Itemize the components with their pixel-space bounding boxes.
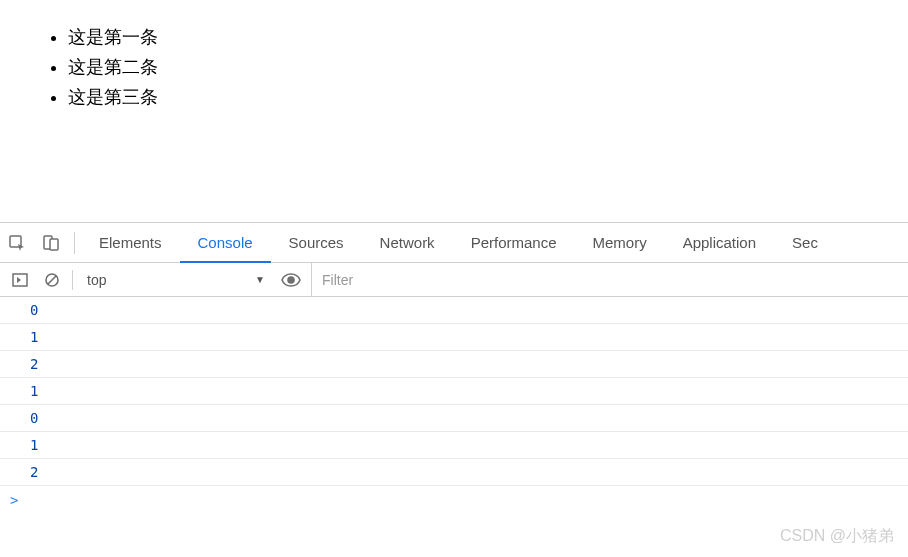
eye-icon[interactable] [279, 268, 303, 292]
page-content: 这是第一条 这是第二条 这是第三条 [0, 0, 908, 222]
tab-elements[interactable]: Elements [81, 223, 180, 262]
filter-input[interactable] [322, 272, 900, 288]
device-toolbar-icon[interactable] [34, 223, 68, 262]
tab-security[interactable]: Sec [774, 223, 836, 262]
divider [74, 232, 75, 254]
list-item: 这是第二条 [68, 52, 898, 82]
console-log-row[interactable]: 2 [0, 351, 908, 378]
list-item: 这是第三条 [68, 82, 898, 112]
context-selector[interactable]: top ▼ [81, 268, 271, 292]
tab-performance[interactable]: Performance [453, 223, 575, 262]
divider [72, 270, 73, 290]
inspect-element-icon[interactable] [0, 223, 34, 262]
console-output: 0 1 2 1 0 1 2 > [0, 297, 908, 514]
console-log-row[interactable]: 1 [0, 432, 908, 459]
console-prompt[interactable]: > [0, 486, 908, 514]
tab-memory[interactable]: Memory [575, 223, 665, 262]
tab-sources[interactable]: Sources [271, 223, 362, 262]
chevron-down-icon: ▼ [255, 274, 265, 285]
console-log-row[interactable]: 1 [0, 378, 908, 405]
console-log-row[interactable]: 0 [0, 297, 908, 324]
tab-console[interactable]: Console [180, 223, 271, 262]
watermark: CSDN @小猪弟 [780, 526, 894, 547]
devtools-tab-bar: Elements Console Sources Network Perform… [0, 223, 908, 263]
filter-input-wrapper [311, 263, 900, 296]
svg-point-6 [288, 277, 294, 283]
console-toolbar: top ▼ [0, 263, 908, 297]
list-item: 这是第一条 [68, 22, 898, 52]
context-selector-value: top [87, 272, 106, 288]
clear-console-icon[interactable] [40, 268, 64, 292]
tab-network[interactable]: Network [362, 223, 453, 262]
console-log-row[interactable]: 0 [0, 405, 908, 432]
devtools-panel: Elements Console Sources Network Perform… [0, 222, 908, 514]
console-log-row[interactable]: 2 [0, 459, 908, 486]
tab-application[interactable]: Application [665, 223, 774, 262]
bullet-list: 这是第一条 这是第二条 这是第三条 [32, 22, 898, 112]
svg-line-5 [48, 276, 56, 284]
svg-rect-2 [50, 239, 58, 250]
toggle-sidebar-icon[interactable] [8, 268, 32, 292]
console-log-row[interactable]: 1 [0, 324, 908, 351]
